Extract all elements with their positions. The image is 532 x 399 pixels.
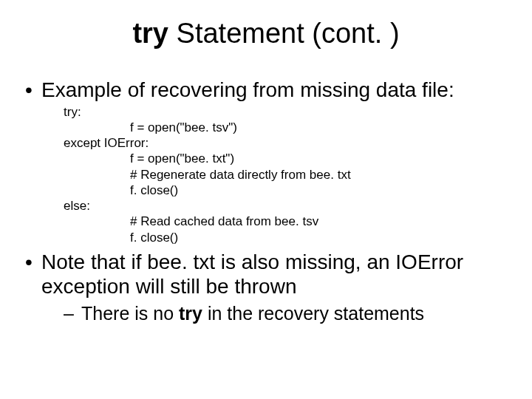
code-line: except IOError: (64, 135, 511, 151)
code-line: # Read cached data from bee. tsv (64, 214, 511, 229)
code-block: try: f = open("bee. tsv") except IOError… (64, 104, 511, 245)
title-keyword: try (132, 18, 168, 49)
sub-bullet-pre: There is no (81, 303, 179, 324)
code-line: f = open("bee. txt") (64, 151, 511, 166)
sub-bullet-list: There is no try in the recovery statemen… (41, 302, 511, 325)
code-line: # Regenerate data directly from bee. txt (64, 167, 511, 183)
code-line: f = open("bee. tsv") (64, 120, 511, 135)
bullet-list: Example of recovering from missing data … (21, 78, 511, 325)
code-line: f. close() (64, 230, 511, 245)
sub-bullet-keyword: try (179, 303, 202, 324)
bullet-note-text: Note that if bee. txt is also missing, a… (41, 250, 463, 299)
sub-bullet-post: in the recovery statements (202, 303, 424, 324)
slide-title: try Statement (cont. ) (21, 18, 511, 50)
sub-bullet: There is no try in the recovery statemen… (41, 302, 511, 325)
code-line: f. close() (64, 183, 511, 198)
bullet-note: Note that if bee. txt is also missing, a… (21, 250, 511, 325)
code-line: else: (64, 198, 511, 214)
title-rest: Statement (cont. ) (168, 18, 400, 49)
slide: try Statement (cont. ) Example of recove… (0, 0, 532, 399)
code-line: try: (64, 104, 511, 120)
bullet-example: Example of recovering from missing data … (21, 78, 511, 245)
bullet-example-text: Example of recovering from missing data … (41, 78, 454, 101)
